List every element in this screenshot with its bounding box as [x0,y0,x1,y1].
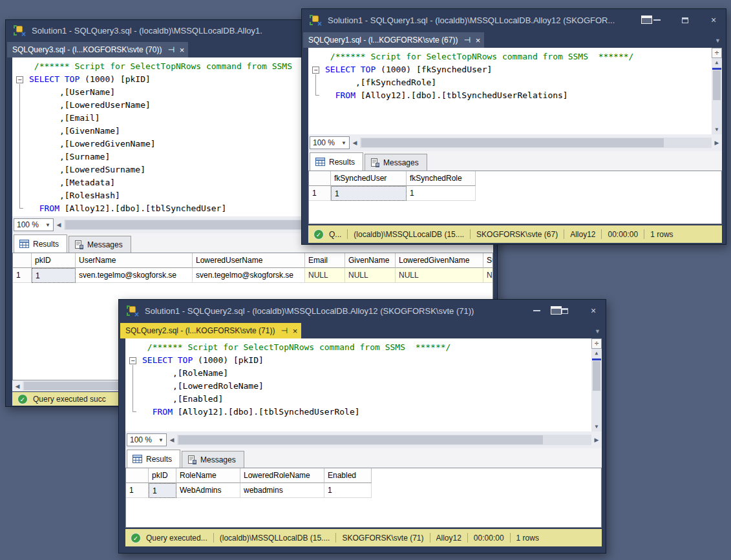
title-bar[interactable]: × Solution1 - SQLQuery1.sql - (localdb)\… [302,9,726,31]
grid-cell-selected[interactable]: 1 [32,268,76,283]
scroll-up-icon[interactable]: ▲ [591,349,602,358]
close-tab-icon[interactable]: × [180,45,185,55]
horizontal-scrollbar[interactable]: ◀▶ [350,134,722,151]
tab-messages[interactable]: Messages [69,236,131,253]
scroll-left-icon[interactable]: ◀ [54,222,64,228]
status-divider [213,533,214,543]
grid-cell[interactable]: sven.tegelmo@skogforsk.se [76,268,193,283]
scroll-right-icon[interactable]: ▶ [712,140,722,146]
document-tab-strip: SQLQuery1.sql - (l...KOGFORSK\svte (67))… [302,31,726,48]
document-tab-label: SQLQuery3.sql - (l...KOGFORSK\svte (70)) [12,45,162,54]
results-grid[interactable]: fkSynchedUser fkSynchedRole 1 1 1 [308,171,722,224]
tab-list-dropdown-icon[interactable]: ▼ [715,37,721,44]
minimize-button[interactable] [531,305,542,316]
grid-cell-selected[interactable]: 1 [331,186,407,201]
scroll-left-icon[interactable]: ◀ [350,140,360,146]
grid-cell[interactable]: sven.tegelmo@skogforsk.se [193,268,305,283]
column-header[interactable]: fkSynchedRole [407,171,476,186]
close-tab-icon[interactable]: × [293,326,298,336]
scrollbar-thumb[interactable] [713,70,721,100]
zoom-level-select[interactable]: 100 %▼ [310,136,350,149]
column-header[interactable]: pkID [149,468,176,483]
grid-cell[interactable]: 1 [324,483,372,498]
column-header[interactable]: fkSynchedUser [331,171,407,186]
close-button[interactable]: × [588,305,599,316]
column-header[interactable]: UserName [76,253,193,268]
collapse-outline-icon[interactable]: − [312,67,319,74]
splitter-handle-icon[interactable]: ÷ [591,338,602,349]
column-header[interactable]: pkID [32,253,76,268]
restore-button[interactable] [559,305,571,316]
vertical-scrollbar[interactable]: ÷ ▲ ▼ [591,338,602,431]
pin-icon[interactable]: ⊣ [463,36,470,45]
tab-results[interactable]: Results [127,450,180,468]
tab-results[interactable]: Results [310,152,363,171]
zoom-level-select[interactable]: 100 %▼ [14,218,54,231]
pin-icon[interactable]: ⊣ [281,326,287,335]
messages-icon [370,158,379,167]
scroll-right-icon[interactable]: ▶ [591,437,602,443]
caret-position-marker [712,68,721,70]
column-header[interactable]: Surname [483,253,493,268]
scroll-up-icon[interactable]: ▲ [712,58,722,67]
column-header[interactable]: Email [305,253,345,268]
grid-cell-null[interactable]: NULL [396,268,483,283]
close-button[interactable]: × [708,14,719,26]
grid-cell[interactable]: WebAdmins [176,483,240,498]
row-number-cell[interactable]: 1 [309,186,331,201]
grid-cell[interactable]: 1 [407,186,476,201]
restore-button[interactable] [679,14,691,26]
code-line: ,[Enabled] [142,393,602,406]
scroll-down-icon[interactable]: ▼ [712,125,722,134]
tab-results[interactable]: Results [14,234,67,253]
scroll-left-icon[interactable]: ◀ [12,383,23,389]
column-header[interactable]: GivenName [345,253,396,268]
sql-editor[interactable]: − /****** Script for SelectTopNRows comm… [308,48,722,134]
results-grid-icon [132,455,142,463]
collapse-outline-icon[interactable]: − [129,357,136,364]
document-tab-sqlquery3[interactable]: SQLQuery3.sql - (l...KOGFORSK\svte (70))… [7,42,188,57]
grid-cell-null[interactable]: NULL [483,268,493,283]
results-tab-label: Results [329,158,355,167]
sql-editor[interactable]: − /****** Script for SelectTopNRows comm… [125,338,602,431]
code-line: SELECT TOP (1000) [pkID] [142,354,602,367]
document-tab-sqlquery1[interactable]: SQLQuery1.sql - (l...KOGFORSK\svte (67))… [303,32,484,48]
column-header[interactable]: RoleName [176,468,240,483]
grid-cell-null[interactable]: NULL [345,268,396,283]
code-line: ,[RoleName] [142,367,602,380]
title-bar[interactable]: × Solution1 - SQLQuery2.sql - (localdb)\… [119,300,606,322]
column-header[interactable]: LoweredGivenName [396,253,483,268]
pin-icon[interactable]: ⊣ [167,45,174,54]
grid-cell-selected[interactable]: 1 [149,483,176,498]
vertical-scrollbar[interactable]: ÷ ▲ ▼ [712,48,722,134]
scroll-down-icon[interactable]: ▼ [591,422,602,431]
zoom-level-value: 100 % [17,220,39,229]
tab-list-dropdown-icon[interactable]: ▼ [595,328,600,335]
code-line: ,[LoweredRoleName] [142,380,602,393]
scroll-left-icon[interactable]: ◀ [167,437,177,443]
status-message: Query executed succ [33,395,106,404]
grid-cell[interactable]: webadmins [240,483,324,498]
column-header[interactable]: Enabled [324,468,372,483]
row-number-cell[interactable]: 1 [126,483,149,498]
messages-tab-label: Messages [383,158,419,167]
collapse-outline-icon[interactable]: − [16,76,23,83]
document-tab-sqlquery2[interactable]: SQLQuery2.sql - (l...KOGFORSK\svte (71))… [120,323,301,338]
grid-cell-null[interactable]: NULL [305,268,345,283]
zoom-level-select[interactable]: 100 %▼ [127,433,167,446]
splitter-handle-icon[interactable]: ÷ [712,48,722,58]
status-row-count: 1 rows [516,534,539,543]
horizontal-scrollbar[interactable]: ◀▶ [167,431,602,448]
results-tab-label: Results [146,455,172,464]
window-title: Solution1 - SQLQuery1.sql - (localdb)\MS… [328,16,615,25]
grid-header-row: pkID UserName LoweredUserName Email Give… [13,253,493,268]
column-header[interactable]: LoweredRoleName [240,468,324,483]
close-tab-icon[interactable]: × [476,36,481,45]
column-header[interactable]: LoweredUserName [193,253,305,268]
results-grid[interactable]: pkID RoleName LoweredRoleName Enabled 1 … [125,468,602,528]
scrollbar-thumb[interactable] [593,361,600,391]
row-number-cell[interactable]: 1 [13,268,32,283]
tab-messages[interactable]: Messages [182,451,244,468]
minimize-button[interactable] [651,14,662,26]
tab-messages[interactable]: Messages [365,154,427,171]
